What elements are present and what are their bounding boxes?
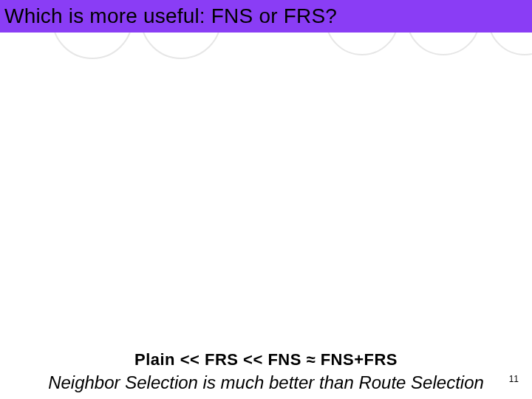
page-number: 11	[509, 374, 519, 384]
conclusion-line: Neighbor Selection is much better than R…	[0, 372, 532, 393]
slide: Which is more useful: FNS or FRS? Plain …	[0, 0, 532, 399]
title-bar: Which is more useful: FNS or FRS?	[0, 0, 532, 33]
content-block: Plain << FRS << FNS ≈ FNS+FRS Neighbor S…	[0, 350, 532, 393]
comparison-line: Plain << FRS << FNS ≈ FNS+FRS	[0, 350, 532, 369]
slide-title: Which is more useful: FNS or FRS?	[4, 4, 337, 28]
